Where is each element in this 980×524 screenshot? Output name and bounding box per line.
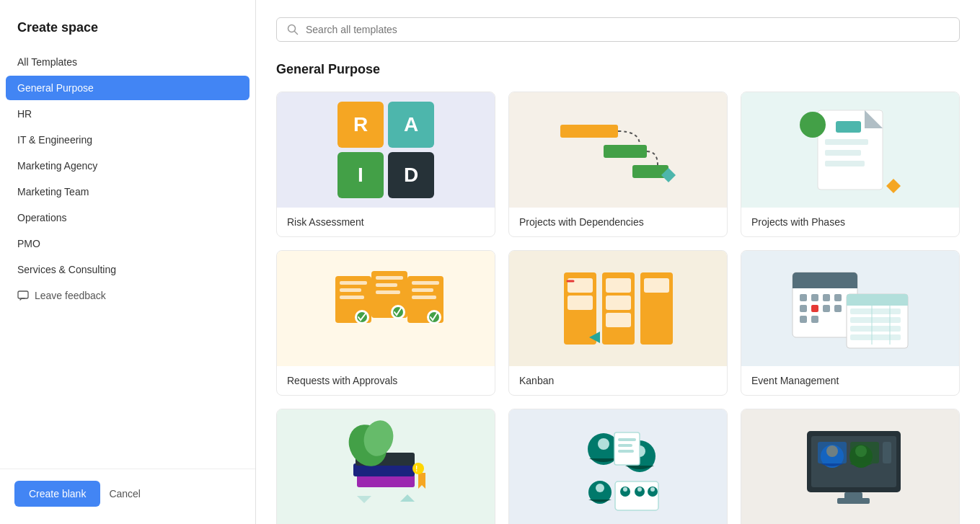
svg-marker-13: [886, 179, 901, 193]
template-label-requests: Requests with Approvals: [277, 366, 495, 395]
wrike-illustration: [778, 417, 922, 518]
template-card-remote-work[interactable]: Remote Work: [508, 409, 728, 524]
template-card-projects-phases[interactable]: Projects with Phases: [741, 92, 960, 237]
svg-rect-100: [818, 442, 847, 463]
main-content: General Purpose R A I D Risk Assessment: [256, 0, 980, 524]
template-thumb-wrike: [741, 409, 959, 524]
event-illustration: [778, 258, 922, 359]
feedback-icon: [17, 290, 29, 301]
svg-rect-11: [836, 121, 861, 133]
svg-rect-38: [606, 296, 631, 310]
template-card-wrike-training[interactable]: Wrike Training: [741, 409, 960, 524]
svg-text:!: !: [415, 465, 418, 473]
template-thumb-projects-dep: [509, 92, 727, 208]
template-card-event-management[interactable]: Event Management: [741, 250, 960, 396]
cancel-button[interactable]: Cancel: [109, 488, 141, 499]
sidebar-item-hr[interactable]: HR: [6, 102, 250, 126]
svg-rect-54: [800, 316, 807, 323]
search-bar[interactable]: [276, 17, 960, 42]
svg-rect-34: [568, 296, 593, 310]
template-label-kanban: Kanban: [509, 366, 727, 395]
sidebar-title: Create space: [17, 20, 98, 35]
section-title: General Purpose: [276, 62, 960, 77]
template-card-risk-assessment[interactable]: R A I D Risk Assessment: [276, 92, 495, 237]
raid-a: A: [388, 102, 434, 148]
svg-point-76: [598, 438, 609, 450]
svg-point-91: [650, 487, 655, 492]
sidebar-item-operations[interactable]: Operations: [6, 205, 250, 230]
svg-rect-80: [618, 438, 636, 441]
knowledge-illustration: !: [314, 417, 458, 518]
svg-rect-48: [823, 294, 830, 301]
template-card-knowledge-base[interactable]: ! Knowledge Base: [276, 409, 495, 524]
svg-rect-39: [606, 313, 631, 327]
svg-rect-101: [850, 442, 879, 463]
raid-r: R: [337, 102, 384, 148]
sidebar-item-services-consulting[interactable]: Services & Consulting: [6, 257, 250, 282]
svg-rect-3: [560, 125, 618, 138]
sidebar: Create space All TemplatesGeneral Purpos…: [0, 0, 256, 524]
svg-rect-61: [850, 326, 901, 332]
svg-rect-52: [823, 305, 830, 312]
svg-rect-21: [376, 276, 403, 280]
svg-point-84: [596, 484, 604, 492]
search-icon: [287, 24, 299, 35]
template-card-kanban[interactable]: Kanban: [508, 250, 728, 396]
sidebar-item-general-purpose[interactable]: General Purpose: [6, 76, 250, 100]
svg-marker-74: [357, 496, 371, 503]
svg-rect-4: [604, 145, 647, 158]
template-thumb-remote: [509, 409, 727, 524]
svg-rect-15: [340, 281, 367, 285]
sidebar-footer: Create blank Cancel: [0, 469, 255, 524]
svg-rect-27: [412, 281, 439, 285]
template-card-requests-approvals[interactable]: Requests with Approvals: [276, 250, 495, 396]
svg-rect-0: [18, 291, 28, 298]
kanban-illustration: [546, 258, 690, 359]
svg-rect-102: [883, 442, 891, 463]
svg-point-71: [412, 463, 424, 474]
svg-rect-47: [811, 294, 818, 301]
svg-rect-62: [850, 334, 901, 340]
sidebar-nav: All TemplatesGeneral PurposeHRIT & Engin…: [0, 50, 255, 469]
svg-rect-8: [825, 139, 868, 145]
raid-i: I: [337, 152, 384, 198]
sidebar-item-marketing-team[interactable]: Marketing Team: [6, 179, 250, 204]
template-label-risk: Risk Assessment: [277, 208, 495, 236]
svg-marker-73: [400, 494, 415, 502]
svg-rect-45: [793, 280, 857, 288]
requests-illustration: [314, 258, 458, 359]
sidebar-item-all-templates[interactable]: All Templates: [6, 50, 250, 74]
svg-rect-29: [412, 296, 436, 299]
svg-point-89: [637, 487, 642, 492]
svg-rect-50: [800, 305, 807, 312]
feedback-link[interactable]: Leave feedback: [6, 283, 250, 308]
template-card-projects-dependencies[interactable]: Projects with Dependencies: [508, 92, 728, 237]
svg-rect-23: [376, 290, 400, 294]
svg-rect-28: [412, 288, 433, 292]
sidebar-item-pmo[interactable]: PMO: [6, 231, 250, 256]
template-thumb-projects-phases: [741, 92, 959, 208]
svg-rect-60: [850, 317, 901, 323]
svg-rect-82: [618, 450, 634, 453]
svg-rect-53: [834, 305, 842, 312]
svg-rect-41: [644, 278, 669, 293]
template-label-projects-phases: Projects with Phases: [741, 208, 959, 236]
create-blank-button[interactable]: Create blank: [14, 481, 100, 507]
svg-rect-79: [614, 432, 640, 465]
remote-illustration: [546, 417, 690, 518]
svg-line-2: [295, 32, 298, 35]
svg-rect-55: [811, 316, 818, 323]
sidebar-item-it-engineering[interactable]: IT & Engineering: [6, 128, 250, 152]
sidebar-item-marketing-agency[interactable]: Marketing Agency: [6, 154, 250, 178]
svg-rect-17: [340, 296, 364, 299]
template-thumb-knowledge: !: [277, 409, 495, 524]
template-thumb-kanban: [509, 251, 727, 366]
svg-rect-49: [834, 294, 842, 301]
svg-rect-81: [618, 444, 632, 447]
template-thumb-risk: R A I D: [277, 92, 495, 208]
template-label-projects-dep: Projects with Dependencies: [509, 208, 727, 236]
raid-d: D: [388, 152, 434, 198]
template-thumb-event: [741, 251, 959, 366]
search-input[interactable]: [306, 24, 949, 35]
svg-rect-22: [376, 283, 397, 287]
